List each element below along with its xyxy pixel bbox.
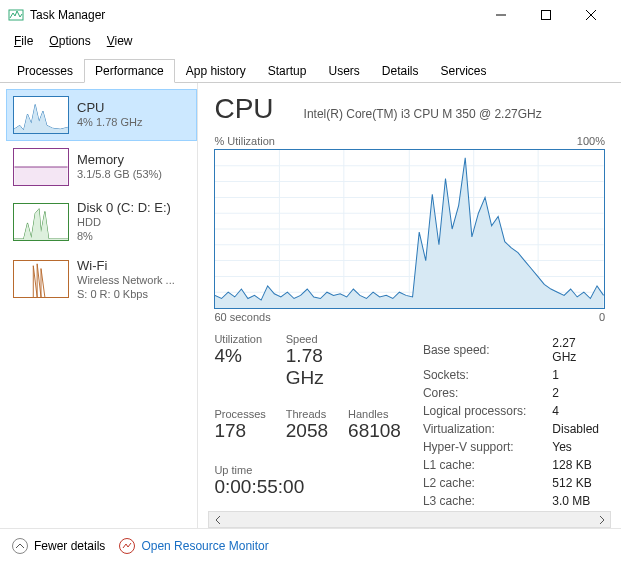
sockets-label: Sockets: bbox=[419, 367, 530, 383]
virt-label: Virtualization: bbox=[419, 421, 530, 437]
open-resource-monitor-button[interactable]: Open Resource Monitor bbox=[119, 538, 268, 554]
page-title: CPU bbox=[214, 93, 273, 125]
stats: Utilization 4% Speed 1.78 GHz Processes … bbox=[214, 333, 605, 511]
l2-label: L2 cache: bbox=[419, 475, 530, 491]
chart-xright: 0 bbox=[599, 311, 605, 323]
sidebar-cpu-sub: 4% 1.78 GHz bbox=[77, 115, 142, 129]
logical-label: Logical processors: bbox=[419, 403, 530, 419]
window-title: Task Manager bbox=[30, 8, 478, 22]
speed-value: 1.78 GHz bbox=[286, 345, 328, 389]
base-speed-value: 2.27 GHz bbox=[532, 335, 603, 365]
chart-top-labels: % Utilization 100% bbox=[214, 135, 605, 147]
processes-value: 178 bbox=[214, 420, 265, 442]
tab-app-history[interactable]: App history bbox=[175, 59, 257, 83]
sidebar-item-memory[interactable]: Memory 3.1/5.8 GB (53%) bbox=[6, 141, 197, 193]
sidebar-cpu-title: CPU bbox=[77, 100, 142, 115]
l3-value: 3.0 MB bbox=[532, 493, 603, 509]
main-panel: CPU Intel(R) Core(TM) i3 CPU M 350 @ 2.2… bbox=[198, 83, 621, 528]
sidebar-wifi-text: Wi-Fi Wireless Network ... S: 0 R: 0 Kbp… bbox=[77, 258, 175, 302]
disk-thumb bbox=[13, 203, 69, 241]
sidebar-memory-sub: 3.1/5.8 GB (53%) bbox=[77, 167, 162, 181]
cpu-thumb bbox=[13, 96, 69, 134]
logical-value: 4 bbox=[532, 403, 603, 419]
body: CPU 4% 1.78 GHz Memory 3.1/5.8 GB (53%) … bbox=[0, 83, 621, 528]
processes-label: Processes bbox=[214, 408, 265, 420]
main-header: CPU Intel(R) Core(TM) i3 CPU M 350 @ 2.2… bbox=[214, 93, 605, 125]
threads-label: Threads bbox=[286, 408, 328, 420]
tab-services[interactable]: Services bbox=[430, 59, 498, 83]
svg-marker-8 bbox=[14, 209, 68, 240]
l1-value: 128 KB bbox=[532, 457, 603, 473]
cores-label: Cores: bbox=[419, 385, 530, 401]
util-label: Utilization bbox=[214, 333, 265, 345]
speed-label: Speed bbox=[286, 333, 328, 345]
sidebar-disk-sub2: 8% bbox=[77, 229, 171, 243]
hyperv-label: Hyper-V support: bbox=[419, 439, 530, 455]
window-controls bbox=[478, 0, 613, 30]
open-resource-monitor-label: Open Resource Monitor bbox=[141, 539, 268, 553]
sidebar-disk-sub1: HDD bbox=[77, 215, 171, 229]
sockets-value: 1 bbox=[532, 367, 603, 383]
menu-file[interactable]: File bbox=[6, 32, 41, 50]
svg-rect-2 bbox=[541, 11, 550, 20]
titlebar: Task Manager bbox=[0, 0, 621, 30]
sidebar-wifi-sub2: S: 0 R: 0 Kbps bbox=[77, 287, 175, 301]
sidebar-item-wifi[interactable]: Wi-Fi Wireless Network ... S: 0 R: 0 Kbp… bbox=[6, 251, 197, 309]
chart-ylabel: % Utilization bbox=[214, 135, 275, 147]
wifi-thumb bbox=[13, 260, 69, 298]
sidebar-wifi-title: Wi-Fi bbox=[77, 258, 175, 273]
chevron-up-icon bbox=[12, 538, 28, 554]
svg-rect-6 bbox=[14, 167, 67, 185]
sidebar-memory-text: Memory 3.1/5.8 GB (53%) bbox=[77, 152, 162, 181]
sidebar-item-cpu[interactable]: CPU 4% 1.78 GHz bbox=[6, 89, 197, 141]
chart-xleft: 60 seconds bbox=[214, 311, 270, 323]
close-button[interactable] bbox=[568, 0, 613, 30]
memory-thumb bbox=[13, 148, 69, 186]
footer: Fewer details Open Resource Monitor bbox=[0, 528, 621, 562]
l1-label: L1 cache: bbox=[419, 457, 530, 473]
tabs: Processes Performance App history Startu… bbox=[0, 52, 621, 83]
scroll-left-icon[interactable] bbox=[209, 512, 226, 527]
tab-performance[interactable]: Performance bbox=[84, 59, 175, 83]
stats-right: Base speed:2.27 GHz Sockets:1 Cores:2 Lo… bbox=[417, 333, 605, 511]
cores-value: 2 bbox=[532, 385, 603, 401]
l3-label: L3 cache: bbox=[419, 493, 530, 509]
handles-value: 68108 bbox=[348, 420, 401, 442]
chart-bottom-labels: 60 seconds 0 bbox=[214, 311, 605, 323]
virt-value: Disabled bbox=[532, 421, 603, 437]
util-value: 4% bbox=[214, 345, 265, 367]
sidebar-disk-title: Disk 0 (C: D: E:) bbox=[77, 200, 171, 215]
sidebar: CPU 4% 1.78 GHz Memory 3.1/5.8 GB (53%) … bbox=[0, 83, 198, 528]
uptime-label: Up time bbox=[214, 464, 400, 476]
sidebar-memory-title: Memory bbox=[77, 152, 162, 167]
l2-value: 512 KB bbox=[532, 475, 603, 491]
maximize-button[interactable] bbox=[523, 0, 568, 30]
uptime-value: 0:00:55:00 bbox=[214, 476, 400, 498]
tab-processes[interactable]: Processes bbox=[6, 59, 84, 83]
tab-details[interactable]: Details bbox=[371, 59, 430, 83]
menu-options[interactable]: Options bbox=[41, 32, 98, 50]
sidebar-cpu-text: CPU 4% 1.78 GHz bbox=[77, 100, 142, 129]
fewer-details-label: Fewer details bbox=[34, 539, 105, 553]
chart-ymax: 100% bbox=[577, 135, 605, 147]
threads-value: 2058 bbox=[286, 420, 328, 442]
cpu-model: Intel(R) Core(TM) i3 CPU M 350 @ 2.27GHz bbox=[304, 107, 605, 121]
menu-view[interactable]: View bbox=[99, 32, 141, 50]
minimize-button[interactable] bbox=[478, 0, 523, 30]
sidebar-wifi-sub1: Wireless Network ... bbox=[77, 273, 175, 287]
stats-left: Utilization 4% Speed 1.78 GHz Processes … bbox=[214, 333, 400, 511]
base-speed-label: Base speed: bbox=[419, 335, 530, 365]
hyperv-value: Yes bbox=[532, 439, 603, 455]
sidebar-item-disk[interactable]: Disk 0 (C: D: E:) HDD 8% bbox=[6, 193, 197, 251]
cpu-chart[interactable] bbox=[214, 149, 605, 309]
handles-label: Handles bbox=[348, 408, 401, 420]
horizontal-scrollbar[interactable] bbox=[208, 511, 611, 528]
menubar: File Options View bbox=[0, 30, 621, 52]
app-icon bbox=[8, 7, 24, 23]
resource-monitor-icon bbox=[119, 538, 135, 554]
tab-startup[interactable]: Startup bbox=[257, 59, 318, 83]
fewer-details-button[interactable]: Fewer details bbox=[12, 538, 105, 554]
sidebar-disk-text: Disk 0 (C: D: E:) HDD 8% bbox=[77, 200, 171, 244]
scroll-right-icon[interactable] bbox=[593, 512, 610, 527]
tab-users[interactable]: Users bbox=[317, 59, 370, 83]
